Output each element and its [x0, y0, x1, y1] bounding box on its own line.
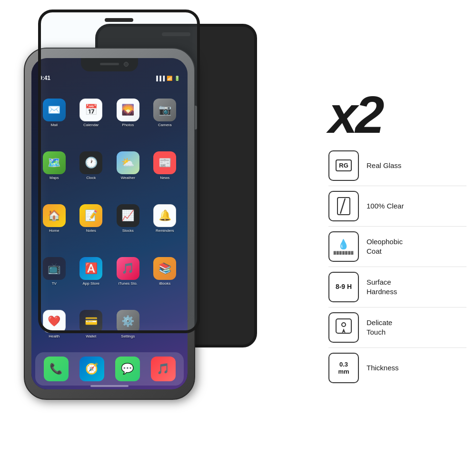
feature-icon-box [328, 312, 359, 343]
feature-item-hardness: 8-9 H SurfaceHardness [328, 267, 466, 307]
svg-point-3 [342, 323, 346, 327]
feature-item-touch: DelicateTouch [328, 307, 466, 348]
feature-label: DelicateTouch [367, 318, 392, 337]
dock: 📞 🧭 💬 🎵 [35, 352, 184, 386]
dock-icon-image: 💬 [115, 357, 140, 381]
feature-item-thickness: 0.3mm Thickness [328, 348, 466, 388]
svg-line-1 [340, 198, 345, 214]
feature-label: Real Glass [367, 161, 401, 170]
feature-label: 100% Clear [367, 201, 404, 211]
rg-icon: RG [336, 159, 352, 171]
touch-icon [335, 318, 352, 337]
features-section: x2 RG Real Glass 100% Clear 💧 ▓▓▓▓▓▓▓ Ol… [324, 89, 466, 388]
dock-icon-image: 🎵 [151, 357, 176, 381]
app-icon-label: Settings [121, 334, 135, 338]
drop-icon: 💧 ▓▓▓▓▓▓▓ [334, 238, 354, 254]
feature-label: OleophobicCoat [367, 237, 403, 256]
feature-item-clear: 100% Clear [328, 186, 466, 227]
phone-section: 9:41 ▐▐▐ 📶 🔋 ✉️ Mail 📅 Calendar 🌄 Photos… [10, 10, 295, 466]
thickness-icon: 0.3mm [338, 361, 349, 375]
glass-icon [337, 197, 351, 216]
dock-icon-music: 🎵 [151, 357, 176, 381]
dock-icon-image: 🧭 [79, 357, 104, 381]
feature-icon-box: 💧 ▓▓▓▓▓▓▓ [328, 231, 359, 262]
feature-label: SurfaceHardness [367, 278, 397, 296]
feature-icon-box: 8-9 H [328, 272, 359, 302]
feature-icon-box: 0.3mm [328, 353, 359, 383]
app-icon-label: Health [49, 334, 60, 338]
feature-icon-box [328, 191, 359, 221]
svg-rect-0 [337, 198, 350, 215]
dock-icon-phone: 📞 [44, 357, 69, 381]
main-container: 9:41 ▐▐▐ 📶 🔋 ✉️ Mail 📅 Calendar 🌄 Photos… [0, 0, 476, 476]
dock-icon-messages: 💬 [115, 357, 140, 381]
hardness-icon: 8-9 H [336, 283, 352, 290]
home-indicator [90, 385, 129, 387]
app-icon-label: Wallet [86, 334, 96, 338]
screen-protector-front [38, 10, 200, 333]
feature-item-oleophobic: 💧 ▓▓▓▓▓▓▓ OleophobicCoat [328, 227, 466, 267]
dock-icon-safari: 🧭 [79, 357, 104, 381]
feature-label: Thickness [367, 363, 399, 373]
feature-item-real-glass: RG Real Glass [328, 146, 466, 186]
quantity-badge: x2 [328, 89, 382, 141]
dock-icon-image: 📞 [44, 357, 69, 381]
features-list: RG Real Glass 100% Clear 💧 ▓▓▓▓▓▓▓ Oleop… [328, 146, 466, 388]
feature-icon-box: RG [328, 150, 359, 181]
